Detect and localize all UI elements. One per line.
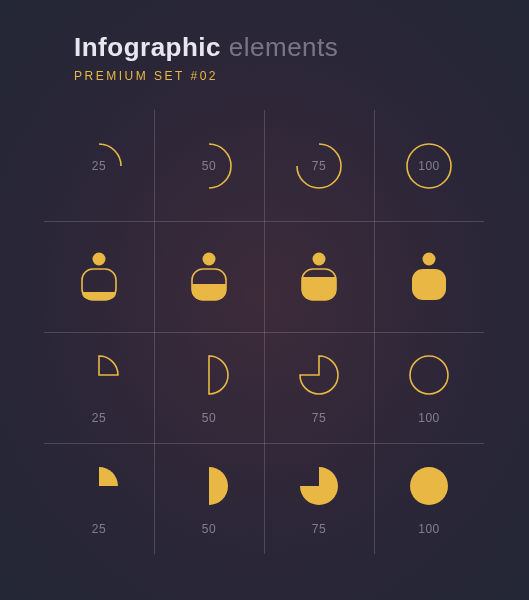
pie-fill-75: 75	[264, 443, 374, 554]
person-75	[264, 221, 374, 332]
pie-label: 75	[312, 411, 326, 425]
pie-outline-icon	[75, 351, 123, 399]
pie-outline-icon	[185, 351, 233, 399]
arc-75: 75	[264, 110, 374, 221]
arc-label: 25	[92, 159, 106, 173]
svg-point-7	[423, 252, 436, 265]
pie-fill-icon	[295, 462, 343, 510]
person-icon	[187, 250, 231, 304]
title-bold: Infographic	[74, 32, 221, 62]
svg-point-9	[410, 356, 448, 394]
pie-fill-25: 25	[44, 443, 154, 554]
pie-fill-icon	[405, 462, 453, 510]
arc-label: 50	[202, 159, 216, 173]
arc-100: 100	[374, 110, 484, 221]
person-50	[154, 221, 264, 332]
pie-fill-100: 100	[374, 443, 484, 554]
pie-label: 25	[92, 411, 106, 425]
person-100	[374, 221, 484, 332]
svg-point-1	[93, 252, 106, 265]
pie-label: 100	[418, 522, 440, 536]
svg-point-10	[410, 467, 448, 505]
pie-label: 75	[312, 522, 326, 536]
person-icon	[77, 250, 121, 304]
icon-grid: 25 50 75 100	[44, 110, 484, 554]
pie-label: 25	[92, 522, 106, 536]
person-icon	[407, 250, 451, 304]
svg-point-5	[313, 252, 326, 265]
subtitle: PREMIUM SET #02	[74, 69, 529, 83]
arc-25: 25	[44, 110, 154, 221]
pie-fill-icon	[185, 462, 233, 510]
pie-outline-25: 25	[44, 332, 154, 443]
pie-outline-100: 100	[374, 332, 484, 443]
svg-point-3	[203, 252, 216, 265]
arc-50: 50	[154, 110, 264, 221]
title-light: elements	[229, 32, 339, 62]
pie-outline-icon	[405, 351, 453, 399]
pie-outline-icon	[295, 351, 343, 399]
pie-outline-50: 50	[154, 332, 264, 443]
header: Infographic elements PREMIUM SET #02	[0, 0, 529, 93]
svg-rect-8	[412, 269, 446, 300]
page-title: Infographic elements	[74, 32, 529, 63]
pie-label: 50	[202, 411, 216, 425]
person-icon	[297, 250, 341, 304]
pie-fill-icon	[75, 462, 123, 510]
arc-label: 75	[312, 159, 326, 173]
pie-label: 100	[418, 411, 440, 425]
pie-fill-50: 50	[154, 443, 264, 554]
pie-label: 50	[202, 522, 216, 536]
arc-label: 100	[418, 159, 440, 173]
person-25	[44, 221, 154, 332]
pie-outline-75: 75	[264, 332, 374, 443]
